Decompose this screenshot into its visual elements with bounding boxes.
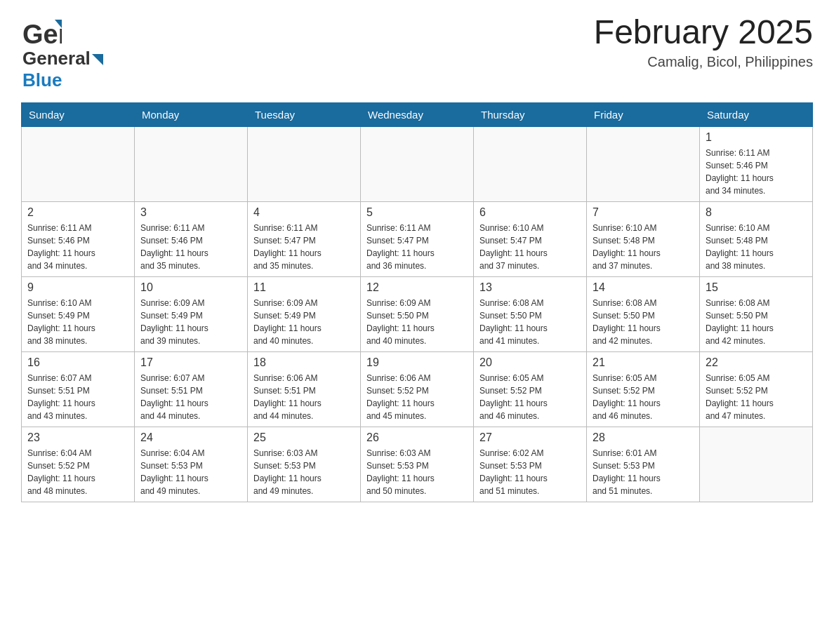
day-number: 17 [140,356,241,369]
calendar-table: Sunday Monday Tuesday Wednesday Thursday… [21,102,813,502]
day-info: Sunrise: 6:08 AMSunset: 5:50 PMDaylight:… [593,297,694,347]
day-number: 2 [27,206,128,219]
calendar-cell: 27Sunrise: 6:02 AMSunset: 5:53 PMDayligh… [474,427,587,502]
day-info: Sunrise: 6:11 AMSunset: 5:47 PMDaylight:… [253,222,355,272]
page-header: General General Blue February 2025 Camal… [21,14,813,91]
day-number: 9 [27,281,128,294]
day-number: 14 [593,281,694,294]
calendar-cell: 14Sunrise: 6:08 AMSunset: 5:50 PMDayligh… [587,277,700,352]
day-number: 19 [366,356,468,369]
col-wednesday: Wednesday [361,103,474,127]
col-friday: Friday [587,103,700,127]
day-number: 7 [593,206,694,219]
week-row-1: 1Sunrise: 6:11 AMSunset: 5:46 PMDaylight… [22,127,813,202]
calendar-cell: 2Sunrise: 6:11 AMSunset: 5:46 PMDaylight… [22,202,135,277]
calendar-cell [474,127,587,202]
week-row-4: 16Sunrise: 6:07 AMSunset: 5:51 PMDayligh… [22,352,813,427]
day-info: Sunrise: 6:11 AMSunset: 5:46 PMDaylight:… [27,222,128,272]
calendar-cell: 6Sunrise: 6:10 AMSunset: 5:47 PMDaylight… [474,202,587,277]
day-number: 28 [593,431,694,444]
day-info: Sunrise: 6:05 AMSunset: 5:52 PMDaylight:… [479,372,581,422]
calendar-cell: 15Sunrise: 6:08 AMSunset: 5:50 PMDayligh… [700,277,813,352]
day-info: Sunrise: 6:03 AMSunset: 5:53 PMDaylight:… [366,447,468,497]
calendar-cell: 3Sunrise: 6:11 AMSunset: 5:46 PMDaylight… [135,202,248,277]
day-number: 23 [27,431,128,444]
day-info: Sunrise: 6:05 AMSunset: 5:52 PMDaylight:… [706,372,807,422]
calendar-cell [361,127,474,202]
day-info: Sunrise: 6:08 AMSunset: 5:50 PMDaylight:… [706,297,807,347]
day-info: Sunrise: 6:11 AMSunset: 5:47 PMDaylight:… [366,222,468,272]
day-info: Sunrise: 6:02 AMSunset: 5:53 PMDaylight:… [479,447,581,497]
day-info: Sunrise: 6:07 AMSunset: 5:51 PMDaylight:… [27,372,128,422]
calendar-cell [700,427,813,502]
calendar-cell: 7Sunrise: 6:10 AMSunset: 5:48 PMDaylight… [587,202,700,277]
day-info: Sunrise: 6:09 AMSunset: 5:50 PMDaylight:… [366,297,468,347]
day-info: Sunrise: 6:01 AMSunset: 5:53 PMDaylight:… [593,447,694,497]
page-subtitle: Camalig, Bicol, Philippines [594,54,813,70]
col-monday: Monday [135,103,248,127]
day-number: 13 [479,281,581,294]
day-number: 21 [593,356,694,369]
week-row-5: 23Sunrise: 6:04 AMSunset: 5:52 PMDayligh… [22,427,813,502]
svg-text:General: General [22,20,62,49]
calendar-cell: 21Sunrise: 6:05 AMSunset: 5:52 PMDayligh… [587,352,700,427]
title-section: February 2025 Camalig, Bicol, Philippine… [594,14,813,70]
calendar-cell: 12Sunrise: 6:09 AMSunset: 5:50 PMDayligh… [361,277,474,352]
calendar-cell: 10Sunrise: 6:09 AMSunset: 5:49 PMDayligh… [135,277,248,352]
calendar-cell: 18Sunrise: 6:06 AMSunset: 5:51 PMDayligh… [248,352,361,427]
calendar-cell [587,127,700,202]
day-number: 20 [479,356,581,369]
day-info: Sunrise: 6:07 AMSunset: 5:51 PMDaylight:… [140,372,241,422]
day-number: 26 [366,431,468,444]
day-number: 6 [479,206,581,219]
day-info: Sunrise: 6:11 AMSunset: 5:46 PMDaylight:… [140,222,241,272]
day-info: Sunrise: 6:10 AMSunset: 5:48 PMDaylight:… [706,222,807,272]
calendar-cell: 23Sunrise: 6:04 AMSunset: 5:52 PMDayligh… [22,427,135,502]
calendar-cell: 20Sunrise: 6:05 AMSunset: 5:52 PMDayligh… [474,352,587,427]
calendar-cell: 28Sunrise: 6:01 AMSunset: 5:53 PMDayligh… [587,427,700,502]
col-sunday: Sunday [22,103,135,127]
day-info: Sunrise: 6:10 AMSunset: 5:48 PMDaylight:… [593,222,694,272]
day-number: 1 [706,131,807,144]
logo-general-text: General [22,48,91,69]
calendar-cell: 25Sunrise: 6:03 AMSunset: 5:53 PMDayligh… [248,427,361,502]
svg-marker-2 [92,54,103,65]
col-thursday: Thursday [474,103,587,127]
calendar-cell [248,127,361,202]
calendar-cell: 4Sunrise: 6:11 AMSunset: 5:47 PMDaylight… [248,202,361,277]
day-info: Sunrise: 6:11 AMSunset: 5:46 PMDaylight:… [706,147,807,197]
calendar-cell: 24Sunrise: 6:04 AMSunset: 5:53 PMDayligh… [135,427,248,502]
logo-triangle-icon [92,54,103,65]
calendar-cell: 1Sunrise: 6:11 AMSunset: 5:46 PMDaylight… [700,127,813,202]
day-number: 27 [479,431,581,444]
day-info: Sunrise: 6:10 AMSunset: 5:47 PMDaylight:… [479,222,581,272]
day-info: Sunrise: 6:04 AMSunset: 5:53 PMDaylight:… [140,447,241,497]
calendar-cell: 8Sunrise: 6:10 AMSunset: 5:48 PMDaylight… [700,202,813,277]
calendar-cell: 11Sunrise: 6:09 AMSunset: 5:49 PMDayligh… [248,277,361,352]
day-info: Sunrise: 6:10 AMSunset: 5:49 PMDaylight:… [27,297,128,347]
day-number: 16 [27,356,128,369]
col-saturday: Saturday [700,103,813,127]
day-info: Sunrise: 6:09 AMSunset: 5:49 PMDaylight:… [140,297,241,347]
calendar-cell: 17Sunrise: 6:07 AMSunset: 5:51 PMDayligh… [135,352,248,427]
calendar-cell: 13Sunrise: 6:08 AMSunset: 5:50 PMDayligh… [474,277,587,352]
day-info: Sunrise: 6:04 AMSunset: 5:52 PMDaylight:… [27,447,128,497]
day-number: 18 [253,356,355,369]
calendar-cell: 5Sunrise: 6:11 AMSunset: 5:47 PMDaylight… [361,202,474,277]
day-info: Sunrise: 6:05 AMSunset: 5:52 PMDaylight:… [593,372,694,422]
day-info: Sunrise: 6:03 AMSunset: 5:53 PMDaylight:… [253,447,355,497]
calendar-cell: 22Sunrise: 6:05 AMSunset: 5:52 PMDayligh… [700,352,813,427]
day-info: Sunrise: 6:09 AMSunset: 5:49 PMDaylight:… [253,297,355,347]
week-row-2: 2Sunrise: 6:11 AMSunset: 5:46 PMDaylight… [22,202,813,277]
day-info: Sunrise: 6:08 AMSunset: 5:50 PMDaylight:… [479,297,581,347]
logo: General General Blue [21,14,103,91]
day-number: 4 [253,206,355,219]
day-number: 5 [366,206,468,219]
calendar-cell: 9Sunrise: 6:10 AMSunset: 5:49 PMDaylight… [22,277,135,352]
day-number: 15 [706,281,807,294]
day-number: 25 [253,431,355,444]
week-row-3: 9Sunrise: 6:10 AMSunset: 5:49 PMDaylight… [22,277,813,352]
page-title: February 2025 [594,14,813,51]
col-tuesday: Tuesday [248,103,361,127]
day-number: 3 [140,206,241,219]
